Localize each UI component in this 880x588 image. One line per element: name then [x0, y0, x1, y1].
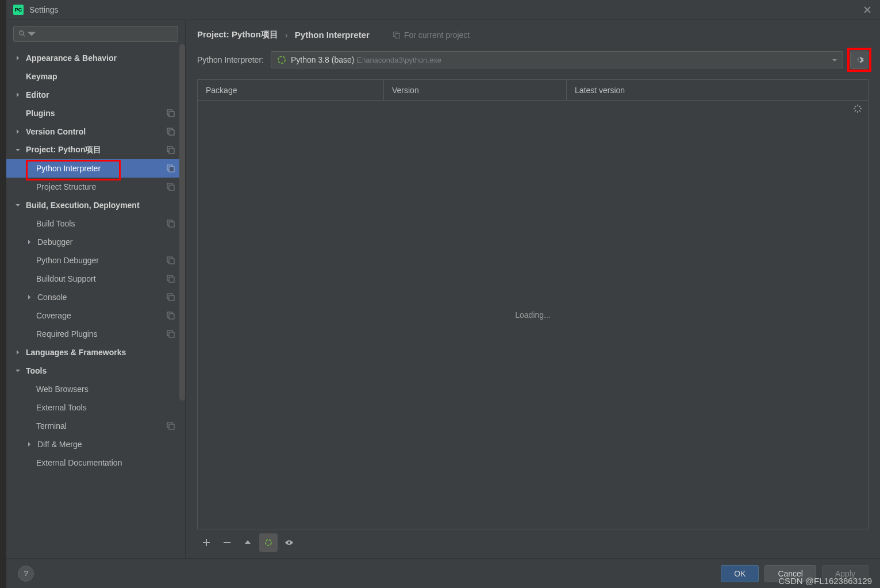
close-button[interactable]	[862, 4, 873, 16]
tree-item-17[interactable]: Tools	[6, 362, 185, 380]
scrollbar[interactable]	[179, 44, 185, 401]
interpreter-settings-button[interactable]	[850, 51, 869, 69]
svg-rect-18	[169, 295, 174, 301]
tree-item-14[interactable]: Coverage	[6, 306, 185, 325]
tree-item-label: Terminal	[36, 421, 67, 431]
sidebar: Appearance & BehaviorKeymapEditorPlugins…	[6, 20, 186, 558]
tree-item-4[interactable]: Version Control	[6, 122, 185, 141]
tree-item-22[interactable]: External Documentation	[6, 454, 185, 472]
plus-icon	[202, 538, 211, 547]
svg-point-0	[20, 31, 24, 35]
minus-icon	[222, 538, 232, 547]
svg-rect-8	[169, 167, 174, 172]
pycharm-icon: PC	[13, 5, 24, 15]
content-panel: Project: Python项目 › Python Interpreter F…	[186, 20, 880, 558]
tree-item-1[interactable]: Keymap	[6, 67, 185, 86]
tree-item-label: Plugins	[26, 109, 55, 118]
interpreter-select[interactable]: Python 3.8 (base) E:\anaconda3\python.ex…	[271, 51, 843, 68]
tree-item-label: Python Debugger	[36, 256, 99, 265]
gear-icon	[855, 55, 864, 64]
tree-item-20[interactable]: Terminal	[6, 417, 185, 435]
spinner-icon	[853, 104, 862, 113]
svg-line-35	[859, 106, 860, 107]
tree-item-12[interactable]: Buildout Support	[6, 270, 185, 288]
tree-item-8[interactable]: Build, Execution, Deployment	[6, 196, 185, 214]
scope-badge: For current project	[393, 30, 470, 40]
tree-item-label: Editor	[26, 90, 49, 99]
svg-rect-6	[169, 148, 174, 153]
upgrade-package-button[interactable]	[239, 533, 257, 552]
chevron-right-icon	[14, 128, 21, 135]
chevron-down-icon	[14, 367, 21, 374]
show-early-releases-button[interactable]	[280, 533, 298, 552]
copy-icon	[167, 256, 175, 264]
table-header: Package Version Latest version	[198, 80, 868, 101]
interpreter-path: E:\anaconda3\python.exe	[356, 56, 441, 64]
chevron-down-icon	[832, 56, 837, 64]
up-icon	[243, 538, 252, 547]
breadcrumb-project: Project: Python项目	[197, 29, 278, 40]
copy-icon	[167, 128, 175, 136]
col-version[interactable]: Version	[384, 80, 567, 100]
python-ring-icon	[277, 55, 286, 64]
tree-item-21[interactable]: Diff & Merge	[6, 435, 185, 454]
add-package-button[interactable]	[197, 533, 216, 552]
svg-rect-14	[169, 259, 174, 264]
chevron-right-icon	[26, 239, 33, 245]
conda-button[interactable]	[259, 533, 278, 552]
chevron-right-icon	[26, 441, 33, 448]
settings-tree: Appearance & BehaviorKeymapEditorPlugins…	[6, 47, 185, 558]
svg-rect-4	[169, 130, 174, 135]
tree-item-11[interactable]: Python Debugger	[6, 251, 185, 270]
footer: ? OK Cancel Apply	[6, 558, 880, 588]
tree-item-7[interactable]: Project Structure	[6, 178, 185, 196]
tree-item-label: Web Browsers	[36, 385, 89, 394]
copy-icon	[167, 109, 175, 117]
copy-icon	[167, 146, 175, 154]
help-button[interactable]: ?	[18, 566, 34, 582]
ring-icon	[264, 538, 273, 547]
svg-rect-2	[169, 112, 174, 117]
tree-item-label: Console	[37, 293, 67, 302]
tree-item-9[interactable]: Build Tools	[6, 214, 185, 233]
copy-icon	[167, 164, 175, 172]
watermark: CSDN @FL1623863129	[778, 576, 872, 586]
interpreter-row: Python Interpreter: Python 3.8 (base) E:…	[197, 51, 869, 69]
copy-icon	[167, 293, 175, 301]
tree-item-label: Project Structure	[36, 182, 96, 191]
tree-item-5[interactable]: Project: Python项目	[6, 141, 185, 159]
breadcrumb-page: Python Interpreter	[295, 30, 370, 40]
chevron-down-icon	[14, 202, 21, 209]
ok-button[interactable]: OK	[721, 565, 759, 582]
eye-icon	[285, 538, 294, 547]
tree-item-2[interactable]: Editor	[6, 86, 185, 104]
search-input[interactable]	[39, 30, 173, 39]
tree-item-10[interactable]: Debugger	[6, 233, 185, 251]
tree-item-label: Buildout Support	[36, 274, 96, 283]
copy-icon	[393, 31, 401, 39]
tree-item-6[interactable]: Python Interpreter	[6, 159, 185, 178]
tree-item-3[interactable]: Plugins	[6, 104, 185, 122]
tree-item-label: Diff & Merge	[37, 440, 82, 449]
tree-item-13[interactable]: Console	[6, 288, 185, 306]
tree-item-0[interactable]: Appearance & Behavior	[6, 49, 185, 67]
tree-item-label: Project: Python项目	[26, 145, 101, 155]
tree-item-label: Appearance & Behavior	[26, 53, 117, 63]
search-input-container[interactable]	[13, 26, 178, 42]
svg-rect-10	[169, 185, 174, 190]
tree-item-15[interactable]: Required Plugins	[6, 325, 185, 343]
tree-item-label: Version Control	[26, 127, 86, 136]
tree-item-label: Tools	[26, 366, 47, 375]
tree-item-19[interactable]: External Tools	[6, 398, 185, 417]
svg-line-33	[859, 110, 860, 112]
svg-rect-26	[395, 33, 399, 38]
remove-package-button[interactable]	[218, 533, 236, 552]
tree-item-label: Build, Execution, Deployment	[26, 201, 140, 210]
tree-item-label: Languages & Frameworks	[26, 348, 126, 357]
tree-item-16[interactable]: Languages & Frameworks	[6, 343, 185, 362]
tree-item-18[interactable]: Web Browsers	[6, 380, 185, 398]
col-latest[interactable]: Latest version	[567, 80, 868, 100]
col-package[interactable]: Package	[198, 80, 384, 100]
chevron-right-icon	[14, 91, 21, 98]
copy-icon	[167, 422, 175, 430]
